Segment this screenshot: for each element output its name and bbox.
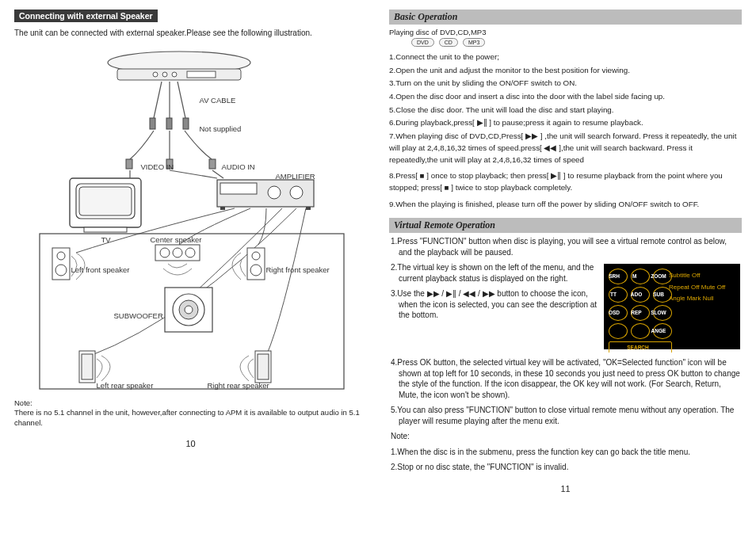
label-subwoofer: SUBWOOFER [114,311,163,320]
badge-cd: CD [439,38,458,47]
remote-status-1: Subtitle Off [677,270,735,281]
note-label: Note: [14,398,32,407]
remote-btn-rep: REP [631,305,650,321]
svg-rect-11 [209,159,216,169]
svg-point-36 [185,306,193,314]
page-left: Connecting with external Speaker The uni… [14,10,367,494]
left-front-speaker-icon [52,248,70,280]
right-rear-speaker-icon [255,351,271,383]
badge-mp3: MP3 [463,38,485,47]
vro-step-4: 4.Press OK button, the selected virtual … [389,357,742,400]
svg-point-32 [250,265,262,276]
svg-rect-20 [220,207,225,210]
svg-point-18 [268,186,281,199]
svg-point-28 [173,248,182,257]
connection-diagram: AV CABLE Not supplied VIDEO IN AUDIO IN … [21,45,361,394]
label-right-front: Right front speaker [266,265,330,274]
left-rear-speaker-icon [79,351,95,383]
page-number-left: 10 [14,439,367,448]
step-7: 7.When playing disc of DVD,CD,Press[ ▶▶ … [389,131,742,166]
remote-btn-m: M [631,269,650,284]
svg-point-24 [57,252,65,260]
page-number-right: 11 [389,484,742,494]
center-speaker-icon [155,245,200,261]
virtual-remote-list: 1.Press "FUNCTION" button when disc is p… [389,236,742,473]
remote-btn-slow: SLOW [653,305,672,321]
page-right: Basic Operation Playing disc of DVD,CD,M… [389,10,742,494]
remote-btn-tt: TT [609,287,628,303]
label-audio-in: AUDIO IN [222,162,255,171]
right-front-speaker-icon [247,248,265,280]
vro-note-label: Note: [389,431,742,442]
basic-operation-list: 1.Connect the unit to the power; 2.Open … [389,51,742,210]
svg-rect-17 [220,183,257,194]
svg-rect-6 [150,118,155,129]
label-video-in: VIDEO IN [141,162,174,171]
remote-btn-srh: SRH [609,269,628,284]
remote-search-label: SEARCH [609,341,672,353]
section-title-basic-operation: Basic Operation [389,10,742,25]
svg-point-25 [55,265,67,276]
remote-btn-ado: ADO [631,287,650,303]
svg-rect-8 [183,118,189,129]
intro-text: The unit can be connected with external … [14,29,367,37]
svg-point-31 [252,252,260,260]
remote-status-panel: Subtitle Off Repeat Off Mute Off Angle M… [677,269,735,345]
remote-btn-blank2 [631,323,650,339]
svg-rect-7 [166,118,172,129]
remote-btn-blank1 [609,323,628,339]
svg-point-19 [290,186,303,199]
svg-rect-21 [306,207,311,210]
remote-btn-osd: OSD [609,305,628,321]
label-left-rear: Left rear speaker [97,381,154,390]
section-title-virtual-remote: Virtual Remote Operation [389,218,742,233]
note-block: Note: There is no 5.1 channel in the uni… [14,398,367,428]
note-text: There is no 5.1 channel in the unit, how… [14,408,360,426]
label-tv: TV [101,235,111,244]
svg-point-4 [172,72,177,77]
vro-step-1: 1.Press "FUNCTION" button when disc is p… [389,236,742,257]
remote-status-2: Repeat Off Mute Off [677,282,735,293]
label-not-supplied: Not supplied [200,124,242,133]
remote-status-3: Angle Mark Null [677,293,735,304]
vro-note-2: 2.Stop or no disc state, the "FUNCTION" … [389,462,742,473]
vro-step-5: 5.You can also press "FUNCTION" button t… [389,405,742,426]
svg-point-27 [160,248,170,257]
label-av-cable: AV CABLE [200,96,236,105]
diagram-svg [21,45,361,394]
label-right-rear: Right rear speaker [208,381,269,390]
svg-rect-5 [187,71,216,78]
remote-btn-ange: ANGE [653,323,672,339]
svg-rect-9 [126,159,132,169]
step-5: 5.Close the disc door. The unit will loa… [389,105,742,116]
vro-note-1: 1.When the disc is in the submenu, press… [389,447,742,458]
svg-rect-15 [84,227,127,232]
step-9: 9.When the playing is finished, please t… [389,199,742,211]
svg-rect-38 [82,354,93,379]
basic-subhead: Playing disc of DVD,CD,MP3 [389,28,742,36]
svg-point-3 [162,72,167,77]
step-6: 6.During playback,press[ ▶‖ ] to pause;p… [389,117,742,129]
svg-rect-40 [258,354,269,379]
label-center-speaker: Center speaker [151,235,202,244]
svg-point-2 [153,72,158,77]
badge-dvd: DVD [411,38,434,47]
step-2: 2.Open the unit and adjust the monitor t… [389,65,742,77]
svg-point-29 [185,248,195,257]
svg-rect-1 [117,69,241,80]
label-amplifier: AMPLIFIER [276,172,315,181]
step-1: 1.Connect the unit to the power; [389,51,742,63]
svg-rect-14 [79,187,132,215]
section-title-connecting: Connecting with external Speaker [14,10,158,22]
step-4: 4.Open the disc door and insert a disc i… [389,91,742,103]
step-3: 3.Turn on the unit by sliding the ON/OFF… [389,78,742,90]
disc-badges: DVD CD MP3 [411,38,742,47]
step-8: 8.Press[ ■ ] once to stop playback; then… [389,170,742,193]
label-left-front: Left front speaker [71,265,130,274]
virtual-remote-panel: SRH M ZOOM TT ADO SUB OSD REP SLOW ANGE … [604,264,740,349]
